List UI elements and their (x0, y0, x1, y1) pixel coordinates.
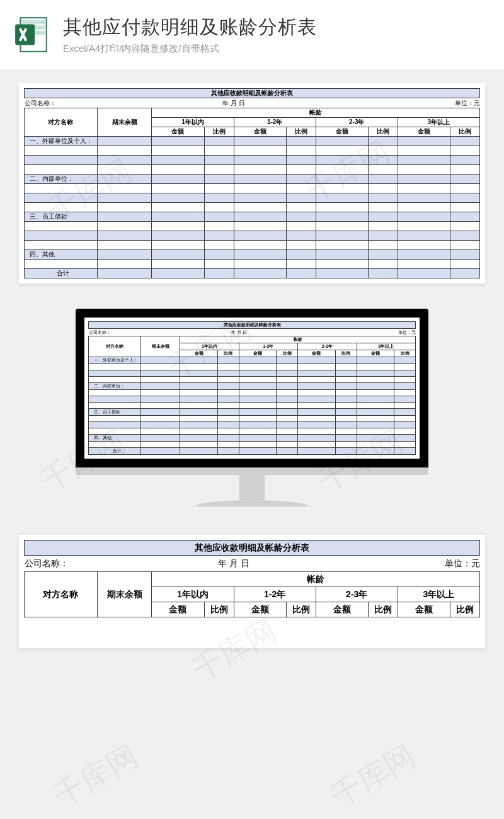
preview-card-bottom: 其他应收款明细及帐龄分析表 公司名称： 年 月 日 单位：元 对方名称 期末余额… (19, 535, 485, 648)
svg-rect-4 (15, 24, 35, 45)
svg-rect-1 (21, 20, 45, 24)
table-row (25, 222, 480, 231)
sheet-title: 其他应收款明细及帐龄分析表 (25, 89, 480, 98)
col-period1: 1年以内 (152, 587, 234, 602)
spreadsheet-table: 其他应收款明细及帐龄分析表 公司名称： 年 月 日 单位：元 对方名称 期末余额… (24, 88, 480, 278)
col-period4: 3年以上 (398, 587, 479, 602)
header-bar: 其他应付款明细及账龄分析表 Excel/A4打印/内容随意修改/自带格式 (0, 0, 504, 69)
watermark: 千库网 (47, 736, 146, 816)
sheet-title: 其他应收款明细及帐龄分析表 (25, 541, 480, 556)
col-aging: 帐龄 (152, 108, 480, 118)
company-label: 公司名称： (25, 556, 152, 572)
table-row (25, 146, 480, 156)
sheet-title: 其他应收款明细及帐龄分析表 (89, 322, 416, 329)
monitor-neck (239, 475, 265, 500)
col-period3: 2-3年 (316, 587, 398, 602)
table-row (25, 193, 480, 203)
col-ratio: 比例 (204, 127, 234, 137)
table-row (25, 241, 480, 250)
page-subtitle: Excel/A4打印/内容随意修改/自带格式 (63, 43, 491, 55)
table-row (25, 165, 480, 175)
table-row (25, 203, 480, 212)
col-amount: 金额 (316, 127, 368, 137)
section-2: 二、内部单位： (25, 175, 98, 184)
unit-label: 单位：元 (316, 98, 479, 108)
date-label: 年 月 日 (152, 556, 316, 572)
monitor-base (195, 500, 309, 507)
table-row (25, 231, 480, 241)
section-1: 一、外部单位及个人： (25, 137, 98, 146)
col-period2: 1-2年 (234, 587, 316, 602)
section-4: 四、其他 (25, 250, 98, 260)
watermark: 千库网 (324, 736, 423, 816)
page-title: 其他应付款明细及账龄分析表 (63, 14, 491, 40)
col-aging: 帐龄 (152, 572, 480, 587)
col-balance: 期末余额 (97, 108, 152, 137)
col-amount: 金额 (234, 127, 286, 137)
preview-card-large: 其他应收款明细及帐龄分析表 公司名称： 年 月 日 单位：元 对方名称 期末余额… (19, 83, 485, 284)
table-row (25, 260, 480, 269)
col-period4: 3年以上 (398, 118, 479, 127)
col-period3: 2-3年 (316, 118, 398, 127)
section-3: 三、员工借款 (25, 212, 98, 222)
table-row (25, 156, 480, 165)
col-amount: 金额 (398, 127, 450, 137)
preview-monitor: 其他应收款明细及帐龄分析表 公司名称： 年 月 日 单位：元 对方名称 期末余额… (0, 309, 504, 507)
col-ratio: 比例 (286, 127, 316, 137)
spreadsheet-table: 其他应收款明细及帐龄分析表 公司名称： 年 月 日 单位：元 对方名称 期末余额… (24, 540, 480, 617)
col-ratio: 比例 (450, 127, 479, 137)
col-period1: 1年以内 (152, 118, 234, 127)
table-row (25, 184, 480, 193)
excel-icon (13, 15, 52, 54)
unit-label: 单位：元 (316, 556, 479, 572)
company-label: 公司名称： (25, 98, 152, 108)
col-party: 对方名称 (25, 108, 98, 137)
col-period2: 1-2年 (234, 118, 316, 127)
spreadsheet-table: 其他应收款明细及帐龄分析表 公司名称： 年 月 日 单位：元 对方名称 期末余额… (88, 321, 416, 455)
col-amount: 金额 (152, 127, 204, 137)
row-total: 合计 (25, 269, 98, 278)
monitor-bezel (76, 467, 428, 475)
col-party: 对方名称 (25, 572, 98, 617)
col-ratio: 比例 (368, 127, 398, 137)
date-label: 年 月 日 (152, 98, 316, 108)
col-balance: 期末余额 (97, 572, 152, 617)
